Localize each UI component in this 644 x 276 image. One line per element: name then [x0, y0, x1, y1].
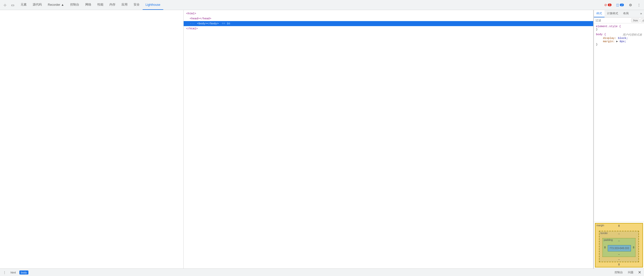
tree-body-line[interactable]: ··· <body></body> == $0	[184, 21, 593, 26]
cls-button[interactable]: .cls	[640, 18, 644, 22]
margin-value: 8px;	[620, 40, 626, 43]
inspect-icon: ⊹	[4, 3, 7, 7]
more-options-btn[interactable]: ⋮	[635, 2, 642, 9]
tab-elements[interactable]: 元素	[18, 0, 30, 10]
element-style-rule: element.style { }	[596, 25, 642, 31]
element-style-selector: element.style {	[596, 25, 642, 28]
settings-icon: ⚙	[629, 3, 632, 7]
close-devtools-btn[interactable]: ✕	[637, 270, 642, 275]
device-icon: ▭	[11, 3, 14, 7]
padding-bottom-dash: –	[618, 253, 620, 256]
body-rule-header: body { 用户代理样式表	[596, 33, 642, 37]
status-right: 控制台 问题 ✕	[613, 270, 642, 275]
styles-content: element.style { } body { 用户代理样式表 display…	[594, 23, 644, 222]
margin-prop[interactable]: margin: ▶ 8px;	[596, 40, 642, 43]
breadcrumb-html[interactable]: html	[9, 270, 17, 274]
filter-input[interactable]	[595, 19, 630, 22]
tree-head-line[interactable]: <head></head>	[184, 16, 593, 21]
tab-console[interactable]: 控制台	[67, 0, 82, 10]
html-open-tag: <html>	[186, 12, 196, 15]
devtools-status-bar: ⋮ html body 控制台 问题 ✕	[0, 268, 644, 276]
border-top-dash: –	[618, 232, 620, 235]
body-dollar-sign: == $0	[222, 22, 230, 25]
right-panels: 样式 计算样式 布局 » :hov .cls + □ element.style…	[594, 10, 644, 268]
display-prop-name: display:	[599, 37, 618, 40]
status-menu-btn[interactable]: ⋮	[2, 270, 7, 275]
device-toggle-btn[interactable]: ▭	[9, 2, 16, 9]
right-tabs: 样式 计算样式 布局 »	[594, 10, 644, 18]
right-margin-value: 8	[633, 246, 634, 249]
body-selector: body {	[596, 33, 606, 37]
body-rule-comment: 用户代理样式表	[623, 33, 642, 37]
box-padding-inner: padding – 8 773.333×949.333 8	[602, 238, 635, 257]
tab-styles[interactable]: 样式	[594, 10, 605, 17]
main-tabs: 元素 源代码 Recorder ▲ 控制台 网络 性能 内存 应用 安全 Lig…	[18, 0, 163, 10]
padding-top-dash: –	[618, 239, 620, 242]
devtools-main: <html> <head></head> ··· <body></body> =…	[184, 10, 644, 268]
body-dots: ···	[190, 22, 195, 25]
left-devtools-panel: <html> <head></head> ··· <body></body> =…	[184, 10, 594, 268]
error-badge-btn[interactable]: ⊘ 1	[603, 3, 613, 7]
more-tabs-btn[interactable]: »	[638, 10, 644, 17]
tab-network[interactable]: 网络	[82, 0, 94, 10]
warning-icon: ◫	[616, 3, 619, 7]
margin-top-value: 8	[618, 225, 620, 227]
hov-button[interactable]: :hov	[631, 18, 639, 22]
head-tag: <head></head>	[190, 17, 211, 20]
padding-label: padding	[604, 239, 613, 241]
box-model-section: margin 8 border – padding –	[594, 222, 644, 268]
margin-label: margin	[596, 224, 604, 227]
error-count: 1	[608, 4, 612, 6]
devtools-toolbar: ⊹ ▭ 元素 源代码 Recorder ▲ 控制台 网络 性能 内存 应用 安全…	[0, 0, 644, 10]
border-bottom-dash: –	[618, 258, 620, 261]
warning-count: 2	[620, 4, 624, 6]
margin-arrow[interactable]: ▶	[616, 40, 618, 43]
tree-html-line[interactable]: <html>	[184, 11, 593, 16]
tab-layout[interactable]: 布局	[621, 10, 631, 17]
tab-lighthouse[interactable]: Lighthouse	[143, 0, 164, 10]
status-menu-icon: ⋮	[3, 271, 6, 274]
element-style-close: }	[596, 28, 642, 31]
left-margin-value: 8	[604, 246, 606, 249]
tab-performance[interactable]: 性能	[94, 0, 106, 10]
box-border-inner: border – padding – 8	[599, 231, 639, 262]
display-value: block;	[618, 37, 628, 40]
issues-link[interactable]: 问题	[626, 270, 635, 275]
margin-bottom-value: 8	[618, 263, 620, 266]
padding-sides: 8 773.333×949.333 8	[604, 243, 634, 252]
breadcrumb-body[interactable]: body	[19, 270, 28, 274]
console-link[interactable]: 控制台	[613, 270, 624, 275]
tab-memory[interactable]: 内存	[106, 0, 118, 10]
body-tag: <body></body>	[197, 22, 219, 25]
display-prop[interactable]: display: block;	[596, 37, 642, 40]
warning-badge-btn[interactable]: ◫ 2	[615, 3, 625, 7]
error-icon: ⊘	[604, 3, 607, 7]
inspect-icon-btn[interactable]: ⊹	[2, 2, 9, 9]
box-margin-outer: margin 8 border – padding –	[595, 223, 643, 267]
tab-computed[interactable]: 计算样式	[605, 10, 621, 17]
toolbar-right: ⊘ 1 ◫ 2 ⚙ ⋮	[603, 2, 642, 9]
close-html-tag: </html>	[186, 27, 198, 30]
settings-btn[interactable]: ⚙	[627, 2, 634, 9]
tab-application[interactable]: 应用	[118, 0, 131, 10]
body-rule-close: }	[596, 43, 642, 46]
tab-sources[interactable]: 源代码	[30, 0, 45, 10]
border-label: border	[600, 232, 608, 235]
tree-close-html-line[interactable]: </html>	[184, 26, 593, 31]
browser-panel	[0, 10, 184, 268]
content-size-text: 773.333×949.333	[610, 247, 629, 250]
margin-prop-name: margin:	[599, 40, 616, 43]
filter-bar: :hov .cls + □	[594, 18, 644, 23]
devtools-body: <html> <head></head> ··· <body></body> =…	[0, 10, 644, 268]
body-style-rule: body { 用户代理样式表 display: block; margin: ▶…	[596, 33, 642, 46]
box-content-size: 773.333×949.333	[608, 245, 631, 251]
tab-security[interactable]: 安全	[131, 0, 143, 10]
elements-tree[interactable]: <html> <head></head> ··· <body></body> =…	[184, 10, 593, 268]
tab-recorder[interactable]: Recorder ▲	[45, 0, 67, 10]
more-icon: ⋮	[637, 3, 641, 7]
